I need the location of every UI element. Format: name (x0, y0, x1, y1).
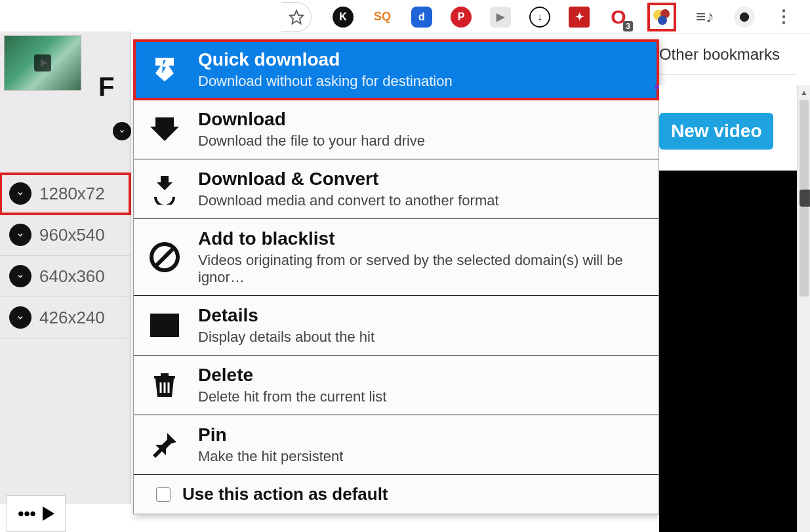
opera-ext-badge: 3 (623, 21, 633, 31)
browser-toolbar: K SQ d P ▶ ↓ ✦ O 3 ≡♪ ⋮ (0, 0, 810, 34)
resolution-960[interactable]: 960x540 (0, 215, 131, 256)
resolution-label: 426x240 (39, 308, 105, 328)
d-ext-icon[interactable]: d (411, 7, 432, 28)
trash-icon (147, 367, 182, 403)
menu-download[interactable]: Download Download the file to your hard … (134, 100, 658, 159)
more-play-control[interactable]: ••• (7, 495, 66, 532)
menu-quick-download[interactable]: Quick download Download without asking f… (134, 40, 658, 100)
page-content: New video (659, 85, 797, 532)
menu-item-desc: Download media and convert to another fo… (198, 192, 499, 209)
menu-blacklist[interactable]: Add to blacklist Videos originating from… (134, 219, 658, 296)
resolution-label: 640x360 (39, 266, 105, 287)
details-icon (147, 308, 182, 343)
profile-avatar[interactable] (734, 7, 755, 28)
download-arrow-icon (9, 182, 31, 205)
pin-icon (147, 427, 182, 462)
svg-line-5 (155, 248, 174, 266)
magic-ext-icon[interactable]: ✦ (569, 7, 590, 28)
menu-item-title: Pin (198, 424, 343, 445)
opera-ext-icon[interactable]: O 3 (608, 7, 629, 28)
menu-item-title: Download (198, 109, 425, 130)
pinterest-ext-icon[interactable]: P (451, 7, 472, 28)
video-player-area[interactable] (659, 171, 797, 532)
convert-icon (147, 171, 182, 207)
svg-marker-0 (290, 10, 303, 24)
resolution-426[interactable]: 426x240 (0, 297, 131, 338)
download-arrow-icon (9, 306, 31, 329)
new-video-button[interactable]: New video (659, 113, 773, 150)
extensions-row: K SQ d P ▶ ↓ ✦ O 3 (333, 3, 676, 31)
k-ext-icon[interactable]: K (333, 7, 354, 28)
menu-delete[interactable]: Delete Delete hit from the current list (134, 356, 658, 415)
menu-item-desc: Delete hit from the current list (198, 388, 386, 405)
menu-item-desc: Download the file to your hard drive (198, 133, 425, 150)
menu-pin[interactable]: Pin Make the hit persistent (134, 415, 658, 475)
star-icon (289, 9, 304, 25)
ellipsis-icon: ••• (18, 504, 35, 524)
other-bookmarks-link[interactable]: Other bookmarks (659, 45, 780, 64)
menu-download-convert[interactable]: Download & Convert Download media and co… (134, 159, 658, 219)
balls-ext-icon[interactable] (651, 7, 672, 28)
download-arrow-icon (9, 265, 31, 287)
blacklist-icon (147, 239, 182, 275)
menu-details[interactable]: Details Display details about the hit (134, 296, 658, 356)
balls-icon (652, 7, 672, 27)
resolution-label: 1280x72 (39, 184, 105, 204)
lightning-download-icon (147, 52, 182, 87)
thumbnail-download-icon[interactable] (113, 122, 131, 140)
resolution-label: 960x540 (39, 225, 105, 245)
video-thumbnail[interactable] (4, 35, 81, 91)
balls-ext-highlight (647, 3, 676, 31)
menu-item-desc: Videos originating from or served by the… (198, 252, 645, 286)
menu-default-action[interactable]: Use this action as default (134, 475, 658, 514)
menu-item-desc: Make the hit persistent (198, 448, 343, 465)
music-queue-icon[interactable]: ≡♪ (695, 7, 716, 28)
video-title-initial: F (98, 72, 114, 102)
menu-item-title: Quick download (198, 49, 453, 70)
chrome-menu-icon[interactable]: ⋮ (773, 7, 794, 28)
download-icon (147, 112, 182, 147)
scroll-up-arrow-icon[interactable]: ▲ (800, 88, 808, 97)
resolution-1280[interactable]: 1280x72 (0, 173, 131, 215)
menu-item-desc: Download without asking for destination (198, 73, 453, 90)
resolution-640[interactable]: 640x360 (0, 256, 131, 297)
sq-ext-icon[interactable]: SQ (372, 7, 393, 28)
play-icon (43, 506, 54, 521)
bookmark-star-button[interactable] (281, 2, 312, 32)
menu-item-title: Details (198, 305, 375, 326)
menu-item-desc: Display details about the hit (198, 329, 375, 346)
download-context-menu: Quick download Download without asking f… (133, 39, 659, 514)
menu-item-title: Download & Convert (198, 169, 499, 190)
menu-item-title: Delete (198, 365, 386, 386)
scroll-thumb[interactable] (800, 100, 809, 297)
download-arrow-icon (9, 224, 31, 246)
video-ext-icon[interactable]: ▶ (490, 7, 511, 28)
menu-item-title: Use this action as default (182, 484, 388, 504)
default-action-checkbox[interactable] (156, 487, 171, 502)
down-ext-icon[interactable]: ↓ (529, 7, 550, 28)
resolution-panel: F 1280x72 960x540 640x360 426x240 (0, 31, 131, 504)
svg-point-3 (658, 16, 667, 25)
menu-item-title: Add to blacklist (198, 228, 645, 249)
vertical-scrollbar[interactable]: ▲ (797, 85, 810, 532)
